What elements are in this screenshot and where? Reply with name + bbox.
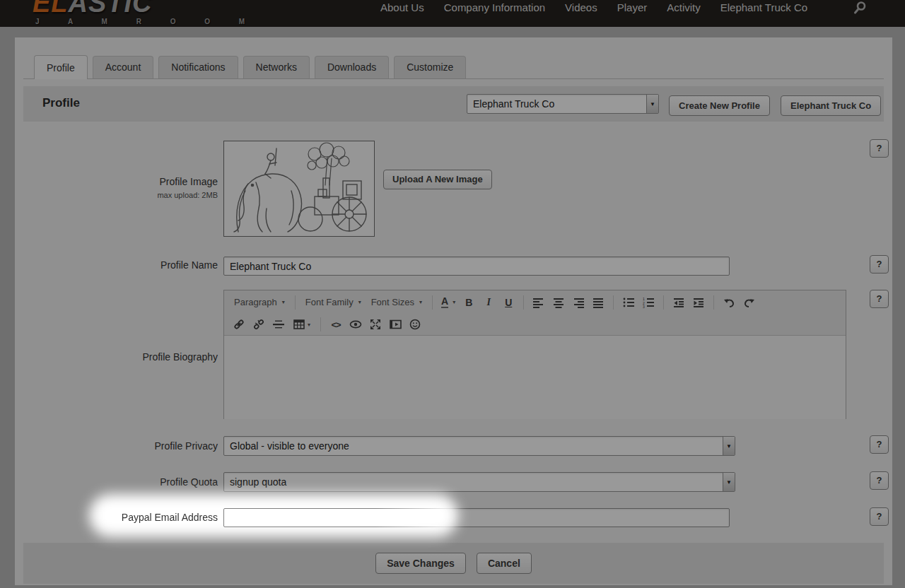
underline-button[interactable]: U bbox=[499, 294, 518, 311]
preview-icon[interactable] bbox=[346, 316, 365, 333]
view-profile-button[interactable]: Elephant Truck Co bbox=[781, 95, 881, 116]
redo-icon[interactable] bbox=[740, 294, 758, 311]
search-icon[interactable] bbox=[853, 1, 867, 15]
profile-privacy-label-box: Profile Privacy bbox=[41, 440, 218, 452]
paypal-email-row-highlighted: Paypal Email Address bbox=[99, 501, 463, 534]
nav-activity[interactable]: Activity bbox=[667, 0, 701, 16]
profile-quota-label: Profile Quota bbox=[41, 476, 218, 488]
page-title: Profile bbox=[42, 96, 80, 110]
indent-icon[interactable] bbox=[689, 294, 708, 311]
tab-downloads[interactable]: Downloads bbox=[315, 56, 389, 78]
cancel-button[interactable]: Cancel bbox=[477, 553, 532, 574]
align-left-icon[interactable] bbox=[530, 294, 548, 311]
create-new-profile-button[interactable]: Create New Profile bbox=[669, 95, 770, 116]
font-sizes-dropdown[interactable]: Font Sizes▾ bbox=[367, 295, 426, 310]
profile-privacy-select[interactable]: Global - visible to everyone ▼ bbox=[223, 436, 735, 456]
font-sizes-dropdown-label: Font Sizes bbox=[371, 297, 414, 307]
toolbar-separator bbox=[320, 317, 321, 331]
undo-icon[interactable] bbox=[720, 294, 738, 311]
font-family-dropdown[interactable]: Font Family▾ bbox=[301, 295, 366, 310]
unlink-icon[interactable] bbox=[250, 316, 268, 333]
justify-icon[interactable] bbox=[589, 294, 607, 311]
profile-select-value: Elephant Truck Co bbox=[473, 98, 554, 110]
chevron-down-icon: ▾ bbox=[452, 299, 455, 305]
tab-account[interactable]: Account bbox=[93, 56, 154, 78]
media-icon[interactable] bbox=[386, 316, 404, 333]
align-center-icon[interactable] bbox=[549, 294, 568, 311]
nav-elephant-truck-co[interactable]: Elephant Truck Co bbox=[720, 0, 807, 16]
profile-quota-select[interactable]: signup quota ▼ bbox=[223, 472, 735, 492]
toolbar-separator bbox=[613, 295, 614, 310]
bullet-list-icon[interactable] bbox=[619, 294, 638, 311]
profile-quota-label-box: Profile Quota bbox=[41, 476, 218, 488]
top-header: ELASTIC J A M R O O M About Us Company I… bbox=[0, 0, 905, 27]
chevron-down-icon: ▾ bbox=[358, 299, 361, 305]
font-family-dropdown-label: Font Family bbox=[305, 297, 354, 307]
numbered-list-icon[interactable]: 123 bbox=[639, 294, 658, 311]
profile-biography-label-box: Profile Biography bbox=[41, 351, 218, 363]
help-profile-name-button[interactable]: ? bbox=[870, 255, 889, 274]
nav-player[interactable]: Player bbox=[617, 0, 648, 16]
help-profile-quota-button[interactable]: ? bbox=[870, 471, 889, 490]
profile-image-label: Profile Image bbox=[41, 176, 218, 187]
biography-editor: Paragraph▾ Font Family▾ Font Sizes▾ A▾ B… bbox=[223, 290, 846, 419]
outdent-icon[interactable] bbox=[670, 294, 688, 311]
section-header-bar: Profile Elephant Truck Co ▼ Create New P… bbox=[23, 86, 884, 122]
tab-notifications[interactable]: Notifications bbox=[158, 56, 238, 78]
profile-select[interactable]: Elephant Truck Co ▼ bbox=[467, 94, 659, 114]
emoticon-icon[interactable] bbox=[406, 316, 424, 333]
toolbar-separator bbox=[523, 295, 524, 310]
editor-toolbar-row-2: ▾ <> bbox=[224, 314, 846, 336]
tab-profile[interactable]: Profile bbox=[34, 55, 88, 79]
toolbar-separator bbox=[713, 295, 714, 310]
help-profile-biography-button[interactable]: ? bbox=[870, 290, 889, 308]
paragraph-dropdown[interactable]: Paragraph▾ bbox=[230, 295, 289, 310]
logo-subtitle: J A M R O O M bbox=[35, 18, 258, 25]
chevron-down-icon: ▼ bbox=[646, 95, 658, 113]
toolbar-separator bbox=[432, 295, 433, 310]
nav-company-information[interactable]: Company Information bbox=[444, 0, 545, 16]
toolbar-separator bbox=[295, 295, 296, 310]
link-icon[interactable] bbox=[230, 316, 248, 333]
profile-privacy-value: Global - visible to everyone bbox=[230, 440, 349, 452]
toolbar-separator bbox=[663, 295, 664, 310]
italic-button[interactable]: I bbox=[479, 294, 498, 311]
tab-networks[interactable]: Networks bbox=[243, 56, 310, 78]
align-right-icon[interactable] bbox=[569, 294, 588, 311]
paypal-email-label-highlighted: Paypal Email Address bbox=[99, 512, 218, 523]
form-action-bar: Save Changes Cancel bbox=[23, 543, 884, 584]
profile-image bbox=[223, 141, 375, 237]
tab-bar: Profile Account Notifications Networks D… bbox=[23, 54, 884, 79]
nav-about-us[interactable]: About Us bbox=[380, 0, 424, 16]
help-paypal-email-button[interactable]: ? bbox=[870, 507, 889, 526]
fullscreen-icon[interactable] bbox=[366, 316, 385, 333]
paragraph-dropdown-label: Paragraph bbox=[234, 297, 277, 307]
chevron-down-icon: ▾ bbox=[308, 322, 310, 328]
chevron-down-icon: ▼ bbox=[723, 473, 735, 491]
main-nav: About Us Company Information Videos Play… bbox=[380, 0, 807, 16]
chevron-down-icon: ▾ bbox=[419, 299, 422, 305]
profile-name-label-box: Profile Name bbox=[41, 259, 218, 271]
profile-image-label-box: Profile Image max upload: 2MB bbox=[41, 176, 218, 199]
bold-button[interactable]: B bbox=[460, 294, 478, 311]
save-changes-button[interactable]: Save Changes bbox=[375, 553, 466, 574]
chevron-down-icon: ▼ bbox=[723, 437, 735, 455]
profile-quota-value: signup quota bbox=[230, 476, 286, 488]
site-logo[interactable]: ELASTIC bbox=[33, 0, 153, 18]
profile-name-input[interactable] bbox=[223, 257, 730, 276]
max-upload-hint: max upload: 2MB bbox=[41, 191, 218, 199]
table-button[interactable]: ▾ bbox=[289, 316, 315, 333]
upload-new-image-button[interactable]: Upload A New Image bbox=[383, 170, 492, 189]
biography-editor-body[interactable] bbox=[224, 336, 846, 419]
profile-biography-label: Profile Biography bbox=[41, 351, 218, 363]
text-color-button[interactable]: A▾ bbox=[438, 296, 458, 308]
profile-name-label: Profile Name bbox=[41, 259, 218, 271]
text-color-icon: A bbox=[441, 296, 448, 308]
nav-videos[interactable]: Videos bbox=[565, 0, 597, 16]
hr-icon[interactable] bbox=[269, 316, 288, 333]
help-profile-privacy-button[interactable]: ? bbox=[870, 435, 889, 454]
tab-customize[interactable]: Customize bbox=[394, 56, 466, 78]
editor-toolbar-row-1: Paragraph▾ Font Family▾ Font Sizes▾ A▾ B… bbox=[224, 290, 846, 314]
help-profile-image-button[interactable]: ? bbox=[870, 139, 889, 158]
source-code-button[interactable]: <> bbox=[327, 316, 345, 333]
